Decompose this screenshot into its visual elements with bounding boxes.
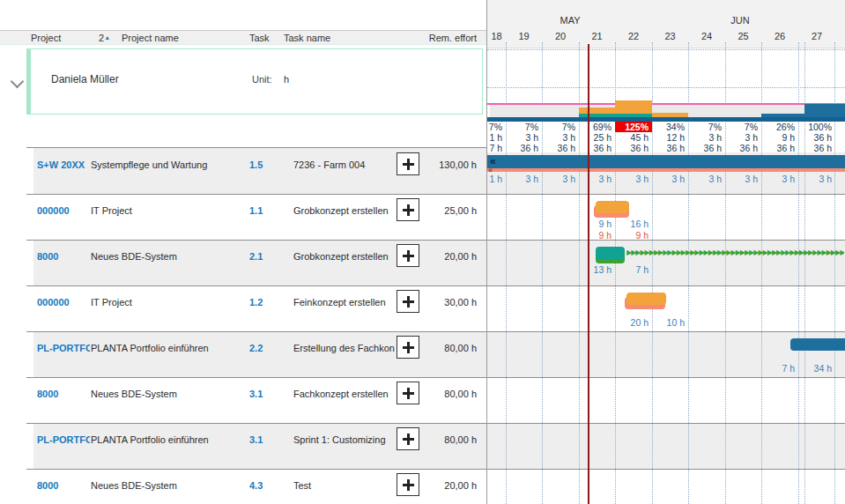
week-label: 25: [725, 31, 761, 41]
add-booking-button[interactable]: [397, 198, 419, 221]
week-effort: 13 h: [579, 264, 615, 275]
remaining-effort: 80,00 h: [414, 434, 477, 445]
resource-name: Daniela Müller: [51, 73, 119, 85]
resource-card: Daniela Müller Unit: h: [26, 48, 483, 115]
load-hours: 12 h: [652, 132, 688, 143]
add-booking-button[interactable]: [397, 244, 419, 267]
remaining-effort: 20,00 h: [414, 251, 477, 262]
project-id-link[interactable]: 000000: [37, 205, 90, 216]
histogram-bar-w22-orange: [615, 100, 652, 114]
project-id-link[interactable]: 000000: [37, 297, 90, 308]
task-name: 7236 - Farm 004: [293, 159, 395, 170]
gantt-bar-fachkonzept-portfolio[interactable]: [790, 338, 845, 351]
week-effort: 16 h: [615, 219, 652, 229]
week-label: 26: [761, 31, 798, 41]
capacity-hours: 36 h: [542, 143, 579, 153]
week-label: 24: [688, 31, 725, 41]
load-hours: 3 h: [506, 132, 542, 143]
unit-value: h: [284, 74, 289, 85]
month-label-jun: JUN: [714, 15, 767, 26]
load-hours: 3 h: [725, 132, 761, 143]
week-effort: 3 h: [615, 174, 652, 184]
week-effort: 3 h: [506, 174, 542, 184]
task-id-link: 3.1: [249, 434, 281, 445]
panel-divider[interactable]: [486, 0, 487, 504]
project-id-link[interactable]: PL-PORTFO...: [37, 343, 90, 353]
table-row: 000000 IT Project 1.1 Grobkonzept erstel…: [0, 194, 487, 240]
week-label: 27: [798, 31, 835, 41]
week-effort: 3 h: [542, 174, 579, 184]
gantt-bar-grobkonzept-bde[interactable]: [596, 247, 625, 259]
add-booking-button[interactable]: [397, 336, 419, 359]
week-effort: 3 h: [579, 174, 615, 184]
histogram-bar-w21-orange: [579, 107, 615, 114]
week-effort: 3 h: [725, 174, 761, 184]
task-name: Grobkonzept erstellen: [293, 205, 395, 216]
column-header-task[interactable]: Task: [249, 33, 270, 43]
plus-icon: [397, 291, 419, 312]
task-name: Erstellung des Fachkonz...: [293, 343, 395, 353]
column-header-task-name[interactable]: Task name: [284, 33, 330, 43]
column-header-project[interactable]: Project: [31, 33, 61, 43]
week-label: 19: [506, 31, 542, 41]
column-header-rem-effort[interactable]: Rem. effort: [405, 33, 477, 43]
load-hours: 9 h: [761, 132, 798, 143]
capacity-hours: 7 h: [487, 143, 506, 153]
plus-icon: [397, 428, 419, 449]
add-booking-button[interactable]: [397, 427, 419, 450]
table-row: 000000 IT Project 1.2 Feinkonzept erstel…: [0, 285, 487, 331]
gantt-row-background: [487, 423, 845, 469]
project-name: PLANTA Portfolio einführen: [91, 343, 245, 353]
project-id-link[interactable]: 8000: [37, 251, 90, 262]
row-separator: [26, 240, 845, 241]
project-id-link[interactable]: PL-PORTFO...: [37, 434, 90, 445]
capacity-limit-line: [487, 103, 845, 105]
capacity-hours: 36 h: [615, 143, 652, 153]
add-booking-button[interactable]: [397, 473, 419, 496]
row-separator: [26, 377, 845, 378]
task-id-link: 1.1: [249, 205, 281, 216]
load-hours: 25 h: [579, 132, 615, 143]
plus-icon: [397, 337, 419, 358]
utilization-percent: 7%: [725, 122, 761, 132]
week-effort: 7 h: [761, 363, 798, 374]
project-id-link[interactable]: 8000: [37, 480, 90, 491]
gantt-bar-feinkonzept[interactable]: [626, 293, 666, 305]
plus-icon: [397, 245, 419, 266]
table-row: PL-PORTFO... PLANTA Portfolio einführen …: [0, 331, 487, 377]
week-effort: 3 h: [652, 174, 688, 184]
task-name: Sprint 1: Customizing: [293, 434, 395, 445]
resource-planning-screen: Project 2▲ Project name Task Task name R…: [0, 0, 845, 504]
remaining-effort: 25,00 h: [414, 205, 477, 216]
row-separator: [26, 147, 487, 148]
task-id-link: 2.1: [249, 251, 281, 262]
week-effort: 20 h: [615, 317, 652, 328]
week-effort: 10 h: [652, 317, 688, 328]
plus-icon: [397, 474, 419, 495]
week-label: 20: [542, 31, 579, 41]
add-booking-button[interactable]: [397, 152, 419, 175]
collapse-chevron-icon[interactable]: [11, 75, 25, 89]
capacity-hours: 36 h: [506, 143, 542, 153]
project-id-link[interactable]: 8000: [37, 389, 90, 399]
capacity-hours: 36 h: [725, 143, 761, 153]
add-booking-button[interactable]: [397, 382, 419, 404]
remaining-effort: 30,00 h: [414, 297, 477, 308]
utilization-percent: 34%: [652, 122, 688, 132]
week-label: 22: [615, 31, 652, 41]
task-id-link: 3.1: [249, 389, 281, 399]
row-separator: [26, 331, 845, 332]
gantt-bar-grobkonzept-it[interactable]: [596, 201, 629, 213]
sort-indicator[interactable]: 2▲: [99, 33, 110, 43]
utilization-percent: 100%: [798, 122, 835, 132]
capacity-hours: 36 h: [579, 143, 615, 153]
add-booking-button[interactable]: [397, 290, 419, 313]
column-header-project-name[interactable]: Project name: [122, 33, 179, 43]
gantt-bar-systempflege[interactable]: [487, 155, 845, 168]
capacity-hours: 36 h: [761, 143, 798, 153]
table-row: S+W 20XX Systempflege und Wartung 1.5 72…: [0, 148, 487, 194]
week-effort: 34 h: [798, 363, 835, 374]
project-id-link[interactable]: S+W 20XX: [37, 159, 90, 170]
week-effort: 1 h: [487, 174, 506, 184]
week-label: 23: [652, 31, 688, 41]
